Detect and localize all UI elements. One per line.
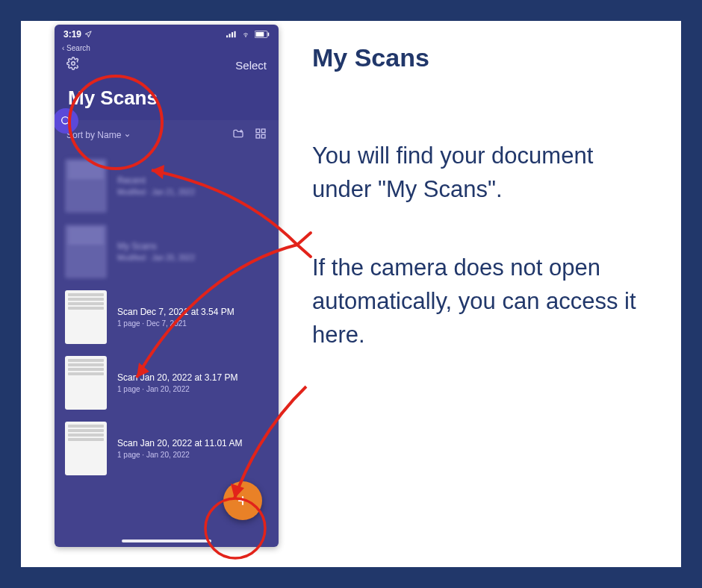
folder-button[interactable] bbox=[232, 128, 244, 142]
svg-point-9 bbox=[62, 117, 69, 124]
gear-icon bbox=[66, 57, 80, 70]
top-action-row: Select bbox=[55, 54, 279, 73]
svg-rect-2 bbox=[232, 32, 233, 37]
svg-rect-7 bbox=[268, 33, 270, 37]
svg-rect-0 bbox=[226, 35, 228, 37]
scan-subtitle: Modified · Jan 21, 2022 bbox=[117, 188, 195, 196]
back-navigation[interactable]: ‹ Search bbox=[55, 44, 279, 54]
guide-paragraph-1: You will find your document under "My Sc… bbox=[312, 140, 651, 207]
svg-rect-1 bbox=[229, 34, 231, 37]
list-item[interactable]: RecentModified · Jan 21, 2022 bbox=[65, 157, 268, 215]
list-item[interactable]: Scan Dec 7, 2021 at 3.54 PM1 page · Dec … bbox=[65, 288, 268, 346]
guide-text-column: My Scans You will find your document und… bbox=[290, 21, 681, 567]
scan-title: Scan Jan 20, 2022 at 3.17 PM bbox=[117, 372, 237, 383]
phone-screenshot: 3:19 ‹ Search Select bbox=[55, 25, 279, 547]
scan-meta: RecentModified · Jan 21, 2022 bbox=[117, 175, 195, 196]
chevron-down-icon bbox=[124, 132, 131, 139]
scan-subtitle: 1 page · Jan 20, 2022 bbox=[117, 451, 242, 459]
grid-icon bbox=[255, 128, 267, 140]
status-time: 3:19 bbox=[63, 29, 81, 40]
sort-row: Sort by Name bbox=[55, 120, 279, 149]
guide-paragraph-2: If the camera does not open automaticall… bbox=[312, 251, 651, 352]
wifi-icon bbox=[240, 31, 251, 38]
document-thumbnail bbox=[65, 290, 107, 344]
sort-button[interactable]: Sort by Name bbox=[66, 130, 131, 140]
guide-card: 3:19 ‹ Search Select bbox=[21, 21, 681, 567]
folder-add-icon bbox=[232, 128, 244, 140]
page-title: My Scans bbox=[55, 73, 279, 120]
scan-subtitle: Modified · Jan 20, 2022 bbox=[117, 254, 195, 262]
document-thumbnail bbox=[65, 422, 107, 475]
list-item[interactable]: Scan Jan 20, 2022 at 11.01 AM1 page · Ja… bbox=[65, 419, 268, 478]
document-thumbnail bbox=[65, 225, 107, 278]
scan-meta: My ScansModified · Jan 20, 2022 bbox=[117, 241, 195, 262]
scan-meta: Scan Jan 20, 2022 at 11.01 AM1 page · Ja… bbox=[117, 438, 242, 459]
cellular-icon bbox=[226, 31, 237, 38]
sort-label: Sort by Name bbox=[66, 130, 121, 140]
scan-subtitle: 1 page · Jan 20, 2022 bbox=[117, 385, 237, 393]
list-item[interactable]: Scan Jan 20, 2022 at 3.17 PM1 page · Jan… bbox=[65, 354, 268, 412]
outer-frame: 3:19 ‹ Search Select bbox=[0, 0, 702, 588]
svg-rect-3 bbox=[234, 31, 236, 37]
settings-button[interactable] bbox=[66, 57, 80, 73]
list-item[interactable]: My ScansModified · Jan 20, 2022 bbox=[65, 222, 268, 281]
document-thumbnail bbox=[65, 159, 107, 213]
svg-rect-16 bbox=[256, 134, 260, 138]
scan-title: Scan Jan 20, 2022 at 11.01 AM bbox=[117, 438, 242, 448]
location-icon bbox=[84, 31, 92, 38]
scan-meta: Scan Dec 7, 2021 at 3.54 PM1 page · Dec … bbox=[117, 307, 234, 328]
phone-column: 3:19 ‹ Search Select bbox=[21, 21, 290, 567]
layout-button[interactable] bbox=[255, 128, 267, 142]
battery-icon bbox=[255, 31, 270, 38]
back-label: Search bbox=[66, 44, 90, 52]
svg-rect-15 bbox=[261, 134, 265, 138]
scan-meta: Scan Jan 20, 2022 at 3.17 PM1 page · Jan… bbox=[117, 372, 237, 393]
scan-title: Scan Dec 7, 2021 at 3.54 PM bbox=[117, 307, 234, 317]
status-bar: 3:19 bbox=[55, 25, 279, 44]
select-button[interactable]: Select bbox=[235, 59, 267, 72]
document-thumbnail bbox=[65, 356, 107, 410]
svg-rect-14 bbox=[261, 129, 265, 133]
search-icon bbox=[60, 115, 72, 127]
scan-subtitle: 1 page · Dec 7, 2021 bbox=[117, 319, 234, 328]
svg-rect-13 bbox=[256, 129, 260, 133]
home-indicator bbox=[122, 539, 211, 542]
svg-point-8 bbox=[72, 62, 75, 66]
scan-title: Recent bbox=[117, 175, 195, 186]
guide-heading: My Scans bbox=[312, 43, 651, 72]
add-scan-button[interactable] bbox=[223, 481, 262, 520]
svg-line-10 bbox=[68, 123, 70, 125]
svg-rect-6 bbox=[256, 32, 264, 37]
scan-title: My Scans bbox=[117, 241, 195, 251]
plus-icon bbox=[235, 493, 250, 508]
svg-point-4 bbox=[246, 37, 246, 37]
